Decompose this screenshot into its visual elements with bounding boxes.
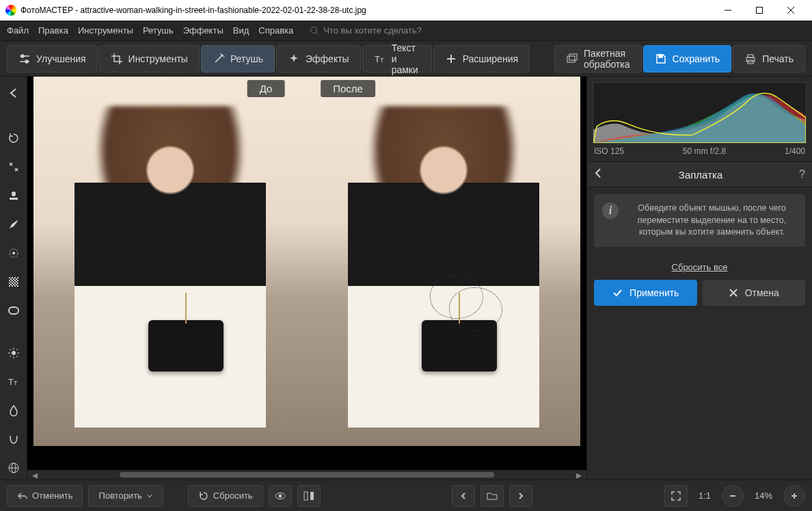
heal-icon[interactable] xyxy=(3,156,25,178)
canvas[interactable]: До После xyxy=(27,77,586,470)
folder-icon xyxy=(487,491,498,501)
search-icon xyxy=(310,26,319,36)
reset-icon xyxy=(198,490,209,501)
redo-button[interactable]: Повторить xyxy=(88,485,163,507)
globe-icon[interactable] xyxy=(3,457,25,479)
gradient-icon[interactable] xyxy=(3,271,25,293)
text-icon: TT xyxy=(374,53,386,65)
eye-button[interactable] xyxy=(269,485,292,507)
compare-icon xyxy=(303,490,315,501)
minimize-button[interactable] xyxy=(712,0,744,21)
svg-rect-54 xyxy=(304,492,308,500)
canvas-area: До После ◂ ▸ xyxy=(27,77,586,480)
face-icon[interactable] xyxy=(3,428,25,450)
menu-tools[interactable]: Инструменты xyxy=(78,25,133,36)
scroll-thumb[interactable] xyxy=(120,472,493,477)
scroll-left-icon[interactable]: ◂ xyxy=(30,470,40,480)
svg-point-9 xyxy=(25,60,28,63)
panel-header: Заплатка ? xyxy=(587,161,812,187)
eye-icon xyxy=(274,491,286,501)
menu-retouch[interactable]: Ретушь xyxy=(143,25,174,36)
search-placeholder: Что вы хотите сделать? xyxy=(323,25,422,36)
left-toolbox: TT xyxy=(0,77,27,480)
save-icon xyxy=(655,53,667,65)
reset-all-link[interactable]: Сбросить все xyxy=(672,262,728,272)
svg-rect-18 xyxy=(567,56,575,62)
shutter-value: 1/400 xyxy=(785,146,805,156)
tab-enhance[interactable]: Улучшения xyxy=(7,45,98,73)
chevron-left-icon xyxy=(460,492,467,500)
menu-edit[interactable]: Правка xyxy=(38,25,68,36)
hint-box: i Обведите объект мышью, после чего пере… xyxy=(594,194,805,247)
zoom-in-button[interactable] xyxy=(783,485,805,507)
tab-text-frames[interactable]: TT Текст и рамки xyxy=(362,45,432,73)
menu-effects[interactable]: Эффекты xyxy=(183,25,224,36)
svg-line-5 xyxy=(316,32,319,35)
hint-text: Обведите объект мышью, после чего переме… xyxy=(627,202,797,239)
app-logo-icon xyxy=(5,5,16,16)
vignette-icon[interactable] xyxy=(3,300,25,322)
fit-icon xyxy=(671,490,681,501)
sun-icon[interactable] xyxy=(3,342,25,364)
menu-view[interactable]: Вид xyxy=(233,25,249,36)
svg-text:T: T xyxy=(380,57,384,64)
panel-back-icon[interactable] xyxy=(594,168,602,181)
tab-effects[interactable]: Эффекты xyxy=(276,45,361,73)
browse-button[interactable] xyxy=(481,485,504,507)
svg-rect-55 xyxy=(310,492,314,500)
undo-button[interactable]: Отменить xyxy=(7,485,83,507)
tab-tools[interactable]: Инструменты xyxy=(99,45,200,73)
save-button[interactable]: Сохранить xyxy=(643,45,732,73)
maximize-button[interactable] xyxy=(744,0,775,21)
histogram-chart[interactable] xyxy=(593,82,807,144)
bottom-bar: Отменить Повторить Сбросить 1:1 14% xyxy=(0,480,812,511)
reset-button[interactable]: Сбросить xyxy=(188,485,263,507)
svg-rect-22 xyxy=(748,55,753,57)
chevron-right-icon xyxy=(517,492,524,500)
stamp-icon[interactable] xyxy=(3,185,25,207)
svg-text:T: T xyxy=(8,377,14,387)
back-arrow-icon[interactable] xyxy=(3,82,25,104)
window-title: ФотоМАСТЕР - attractive-woman-walking-in… xyxy=(21,5,712,15)
horizontal-scrollbar[interactable]: ◂ ▸ xyxy=(27,470,586,480)
compare-button[interactable] xyxy=(297,485,321,507)
apply-button[interactable]: Применить xyxy=(594,280,697,306)
svg-rect-29 xyxy=(10,198,18,200)
brush-icon[interactable] xyxy=(3,213,25,235)
zoom-out-button[interactable] xyxy=(722,485,744,507)
svg-point-36 xyxy=(12,351,16,355)
lens-value: 50 mm f/2.8 xyxy=(683,146,726,156)
batch-button[interactable]: Пакетная обработка xyxy=(554,45,642,73)
scroll-right-icon[interactable]: ▸ xyxy=(574,470,584,480)
help-icon[interactable]: ? xyxy=(799,168,805,181)
print-icon xyxy=(744,53,757,65)
svg-point-11 xyxy=(221,55,223,56)
svg-line-12 xyxy=(220,53,221,54)
tab-extensions[interactable]: Расширения xyxy=(433,45,530,73)
svg-line-44 xyxy=(16,349,18,350)
right-panel: ISO 125 50 mm f/2.8 1/400 Заплатка ? i О… xyxy=(586,77,812,480)
menu-file[interactable]: Файл xyxy=(7,25,29,36)
svg-rect-20 xyxy=(659,55,662,57)
panel-title: Заплатка xyxy=(679,169,722,181)
ratio-label[interactable]: 1:1 xyxy=(693,490,716,501)
svg-text:T: T xyxy=(14,380,18,386)
prev-button[interactable] xyxy=(452,485,475,507)
rotate-icon[interactable] xyxy=(3,127,25,149)
sparkle-icon xyxy=(288,53,300,65)
undo-icon xyxy=(17,491,28,501)
next-button[interactable] xyxy=(509,485,532,507)
menu-search[interactable]: Что вы хотите сделать? xyxy=(310,25,422,36)
minus-icon xyxy=(728,491,737,501)
close-button[interactable] xyxy=(775,0,807,21)
text-tool-icon[interactable]: TT xyxy=(3,371,25,393)
plus-icon xyxy=(789,491,799,501)
cancel-button[interactable]: Отмена xyxy=(703,280,806,306)
radial-icon[interactable] xyxy=(3,242,25,264)
fit-button[interactable] xyxy=(664,485,688,507)
print-button[interactable]: Печать xyxy=(733,45,805,73)
menu-help[interactable]: Справка xyxy=(258,25,293,36)
tab-retouch[interactable]: Ретушь xyxy=(201,45,275,73)
drop-icon[interactable] xyxy=(3,399,25,421)
info-icon: i xyxy=(602,202,619,219)
